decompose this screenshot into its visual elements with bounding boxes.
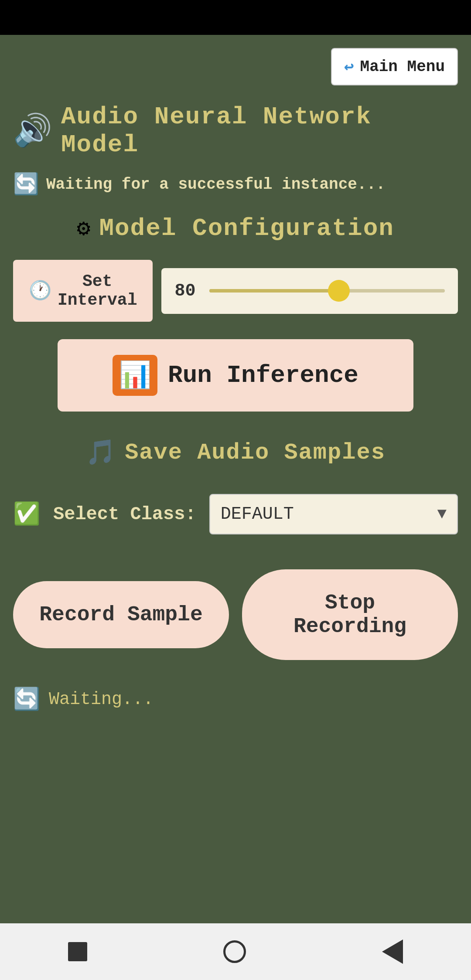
model-config-section: ⚙️ Model Configuration	[13, 214, 458, 242]
chevron-down-icon: ▼	[437, 505, 447, 523]
run-inference-label: Run Inference	[168, 361, 358, 389]
save-audio-section: 🎵 Save Audio Samples	[13, 438, 458, 468]
stop-icon	[68, 942, 87, 961]
run-inference-button[interactable]: 📊 Run Inference	[58, 339, 413, 412]
app-title: 🔊 Audio Neural Network Model	[13, 103, 458, 159]
waiting-banner: 🔄 Waiting for a successful instance...	[13, 172, 458, 197]
set-interval-button[interactable]: 🕐 SetInterval	[13, 260, 153, 322]
top-bar: ↩ Main Menu	[13, 48, 458, 85]
refresh-icon-bottom: 🔄	[13, 686, 40, 713]
bottom-waiting: 🔄 Waiting...	[13, 686, 458, 713]
save-audio-label: Save Audio Samples	[125, 440, 386, 466]
clock-icon: 🕐	[29, 279, 51, 302]
model-config-title: Model Configuration	[99, 214, 394, 242]
back-button[interactable]	[382, 939, 403, 964]
status-bar	[0, 0, 471, 35]
refresh-icon-top: 🔄	[13, 172, 39, 197]
waiting-text-bottom: Waiting...	[49, 690, 154, 709]
main-menu-icon: ↩	[344, 57, 354, 77]
set-interval-label: SetInterval	[58, 272, 137, 310]
class-dropdown[interactable]: DEFAULT ▼	[209, 494, 458, 534]
home-button[interactable]	[223, 940, 246, 963]
music-icon: 🎵	[85, 438, 116, 468]
checkbox-icon: ✅	[13, 501, 40, 527]
record-buttons-row: Record Sample Stop Recording	[13, 569, 458, 660]
slider-container: 80	[161, 268, 458, 314]
app-title-text: Audio Neural Network Model	[61, 103, 458, 159]
select-class-row: ✅ Select Class: DEFAULT ▼	[13, 494, 458, 534]
select-class-label: Select Class:	[53, 504, 196, 525]
main-menu-button[interactable]: ↩ Main Menu	[331, 48, 458, 85]
class-dropdown-value: DEFAULT	[221, 504, 294, 524]
speaker-icon: 🔊	[13, 112, 52, 150]
slider-track[interactable]	[209, 289, 445, 293]
stop-recording-button[interactable]: Stop Recording	[242, 569, 458, 660]
spacer	[13, 730, 458, 923]
home-icon	[223, 940, 246, 963]
slider-thumb[interactable]	[328, 280, 350, 302]
chart-icon: 📊	[113, 355, 157, 396]
slider-value: 80	[174, 281, 201, 301]
config-row: 🕐 SetInterval 80	[13, 260, 458, 322]
main-menu-label: Main Menu	[360, 58, 445, 76]
back-icon	[382, 939, 403, 964]
waiting-text-top: Waiting for a successful instance...	[46, 176, 386, 194]
record-sample-button[interactable]: Record Sample	[13, 581, 229, 648]
nav-bar	[0, 923, 471, 980]
stop-button[interactable]	[68, 942, 87, 961]
main-content: ↩ Main Menu 🔊 Audio Neural Network Model…	[0, 35, 471, 923]
slider-fill	[209, 289, 339, 293]
gear-icon: ⚙️	[77, 214, 90, 242]
